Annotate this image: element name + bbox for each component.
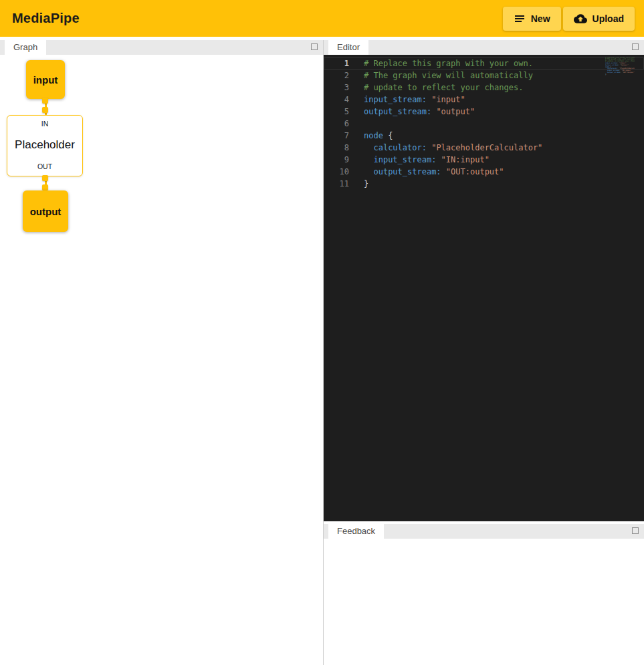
- tab-graph[interactable]: Graph: [5, 40, 46, 55]
- app-header: MediaPipe New Upload: [0, 0, 644, 37]
- code-lines: 1# Replace this graph with your own.2# T…: [324, 57, 644, 190]
- line-number: 7: [324, 130, 349, 142]
- main-area: Graph input IN Placeholder OUT: [0, 37, 644, 665]
- graph-node-placeholder[interactable]: IN Placeholder OUT: [7, 115, 83, 176]
- graph-canvas[interactable]: input IN Placeholder OUT output: [0, 55, 323, 665]
- node-label: input: [33, 74, 58, 86]
- tab-feedback[interactable]: Feedback: [328, 524, 384, 539]
- line-number: 8: [324, 142, 349, 154]
- code-line[interactable]: 4input_stream: "input": [324, 94, 644, 106]
- graph-tabstrip: Graph: [0, 40, 323, 55]
- header-buttons: New Upload: [503, 7, 635, 31]
- graph-edge-placeholder-output: [42, 175, 49, 192]
- line-number: 11: [324, 178, 349, 190]
- line-number: 3: [324, 82, 349, 94]
- feedback-tabstrip: Feedback: [324, 524, 644, 539]
- editor-panel: Editor 1# Replace this graph with your o…: [324, 40, 644, 521]
- code-line[interactable]: 2# The graph view will automatically: [324, 70, 644, 82]
- right-column: Editor 1# Replace this graph with your o…: [324, 40, 644, 665]
- port-dot[interactable]: [42, 175, 48, 181]
- new-button[interactable]: New: [503, 7, 561, 31]
- upload-button-label: Upload: [593, 13, 624, 24]
- code-line[interactable]: 7node {: [324, 130, 644, 142]
- line-number: 1: [324, 57, 349, 70]
- graph-panel: Graph input IN Placeholder OUT: [0, 40, 324, 665]
- out-port-label: OUT: [37, 162, 52, 170]
- minimap[interactable]: # Replace this graph with your own.# The…: [605, 57, 635, 76]
- code-line[interactable]: 6: [324, 118, 644, 130]
- code-line[interactable]: 5output_stream: "output": [324, 106, 644, 118]
- upload-button[interactable]: Upload: [563, 7, 635, 31]
- line-number: 5: [324, 106, 349, 118]
- editor-tabstrip: Editor: [324, 40, 644, 55]
- line-number: 6: [324, 118, 349, 130]
- line-number: 10: [324, 166, 349, 178]
- cloud-upload-icon: [574, 12, 587, 25]
- editor-maximize-icon[interactable]: [632, 43, 639, 50]
- graph-maximize-icon[interactable]: [311, 43, 318, 50]
- graph-edge-input-placeholder: [42, 98, 49, 116]
- app-title: MediaPipe: [12, 11, 80, 26]
- port-dot[interactable]: [42, 184, 48, 190]
- node-label: output: [30, 206, 62, 217]
- feedback-panel: Feedback: [324, 524, 644, 665]
- code-line[interactable]: 8 calculator: "PlaceholderCalculator": [324, 142, 644, 154]
- tab-editor[interactable]: Editor: [328, 40, 368, 55]
- feedback-content: [324, 539, 644, 665]
- port-dot[interactable]: [42, 98, 48, 104]
- node-label: Placeholder: [15, 138, 75, 152]
- code-line[interactable]: 1# Replace this graph with your own.: [324, 57, 644, 70]
- code-line[interactable]: 10 output_stream: "OUT:output": [324, 166, 644, 178]
- feedback-maximize-icon[interactable]: [632, 527, 639, 534]
- in-port-label: IN: [41, 120, 49, 128]
- code-line[interactable]: 11}: [324, 178, 644, 190]
- line-number: 9: [324, 154, 349, 166]
- graph-node-output[interactable]: output: [23, 190, 68, 232]
- line-number: 2: [324, 70, 349, 82]
- code-line[interactable]: 3# update to reflect your changes.: [324, 82, 644, 94]
- code-line[interactable]: 9 input_stream: "IN:input": [324, 154, 644, 166]
- menu-lines-icon: [514, 13, 526, 25]
- graph-node-input[interactable]: input: [26, 60, 65, 99]
- line-number: 4: [324, 94, 349, 106]
- new-button-label: New: [531, 13, 550, 24]
- code-editor[interactable]: 1# Replace this graph with your own.2# T…: [324, 55, 644, 521]
- port-dot[interactable]: [42, 107, 48, 113]
